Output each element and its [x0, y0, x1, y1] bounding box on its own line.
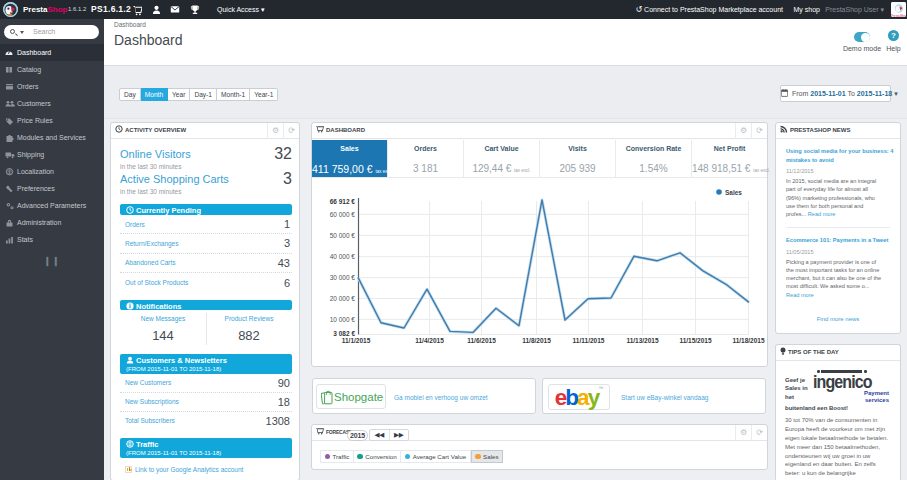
- svg-text:11/18/2015: 11/18/2015: [732, 337, 765, 344]
- svg-text:10 000 €: 10 000 €: [330, 316, 356, 323]
- svg-text:50 000 €: 50 000 €: [330, 232, 356, 239]
- svg-text:11/4/2015: 11/4/2015: [415, 337, 444, 344]
- svg-text:11/6/2015: 11/6/2015: [467, 337, 496, 344]
- svg-text:11/11/2015: 11/11/2015: [573, 337, 605, 344]
- svg-text:30 000 €: 30 000 €: [330, 274, 356, 281]
- svg-text:11/1/2015: 11/1/2015: [342, 337, 371, 344]
- svg-text:20 000 €: 20 000 €: [330, 295, 356, 302]
- svg-text:PrestaShop: PrestaShop: [891, 14, 906, 17]
- svg-text:11/13/2015: 11/13/2015: [626, 337, 659, 344]
- svg-text:40 000 €: 40 000 €: [330, 253, 356, 260]
- svg-text:Sales: Sales: [725, 189, 742, 196]
- svg-text:60 000 €: 60 000 €: [330, 211, 356, 218]
- svg-text:11/15/2015: 11/15/2015: [679, 337, 712, 344]
- svg-text:66 912 €: 66 912 €: [330, 198, 356, 205]
- svg-text:11/8/2015: 11/8/2015: [522, 337, 551, 344]
